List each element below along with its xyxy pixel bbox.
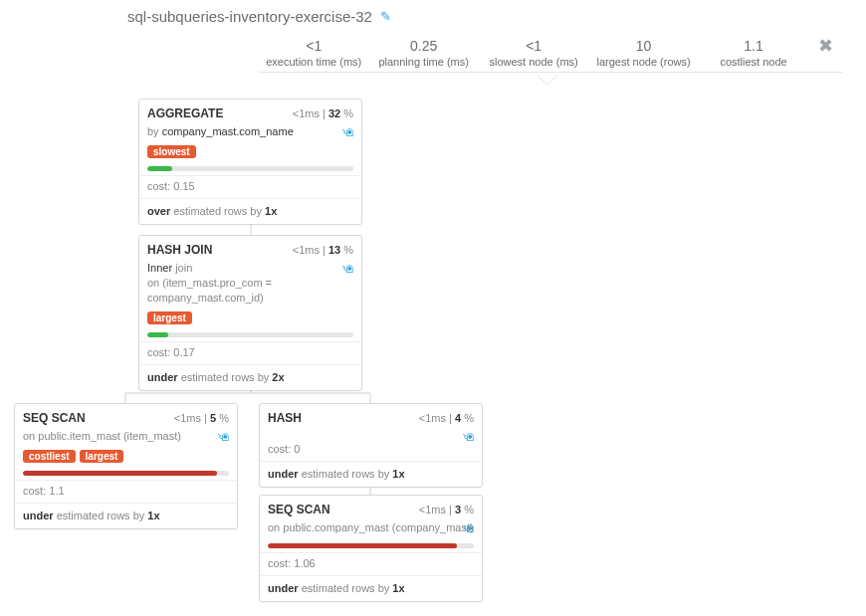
database-icon: 🖲 bbox=[217, 429, 229, 445]
node-seq-scan-company-mast[interactable]: SEQ SCAN <1ms | 3 % on public.company_ma… bbox=[259, 495, 483, 602]
node-seq-scan-item-mast[interactable]: SEQ SCAN <1ms | 5 % on public.item_mast … bbox=[14, 403, 238, 529]
estimate-line: over estimated rows by 1x bbox=[139, 198, 361, 224]
progress-bar bbox=[139, 330, 361, 341]
database-icon: 🖲 bbox=[341, 261, 353, 277]
node-metrics: <1ms | 13 % bbox=[293, 244, 353, 256]
plan-canvas: AGGREGATE <1ms | 32 % by company_mast.co… bbox=[0, 0, 866, 616]
node-header: HASH JOIN <1ms | 13 % bbox=[139, 236, 361, 261]
node-subtitle: on public.company_mast (company_mast) 🖲 bbox=[260, 520, 482, 541]
badges: slowest bbox=[139, 145, 361, 164]
node-title: SEQ SCAN bbox=[268, 503, 330, 516]
progress-bar bbox=[15, 469, 237, 480]
node-header: SEQ SCAN <1ms | 5 % bbox=[15, 404, 237, 429]
node-hash[interactable]: HASH <1ms | 4 % 🖲 cost: 0 under estimate… bbox=[259, 403, 483, 488]
node-subtitle: by company_mast.com_name 🖲 bbox=[139, 124, 361, 145]
badges: largest bbox=[139, 311, 361, 330]
estimate-line: under estimated rows by 1x bbox=[260, 575, 482, 601]
cost-line: cost: 1.06 bbox=[260, 552, 482, 575]
progress-bar bbox=[139, 164, 361, 175]
node-header: HASH <1ms | 4 % bbox=[260, 404, 482, 429]
badge-slowest: slowest bbox=[147, 145, 196, 158]
badges: costliest largest bbox=[15, 450, 237, 469]
node-header: AGGREGATE <1ms | 32 % bbox=[139, 100, 361, 124]
node-metrics: <1ms | 32 % bbox=[293, 107, 353, 119]
cost-line: cost: 0.17 bbox=[139, 341, 361, 364]
node-aggregate[interactable]: AGGREGATE <1ms | 32 % by company_mast.co… bbox=[138, 99, 362, 225]
estimate-line: under estimated rows by 2x bbox=[139, 364, 361, 390]
node-subtitle: Inner join on (item_mast.pro_com = compa… bbox=[139, 261, 361, 311]
node-title: AGGREGATE bbox=[147, 106, 223, 120]
node-metrics: <1ms | 4 % bbox=[419, 412, 474, 424]
badge-largest: largest bbox=[147, 311, 192, 324]
progress-bar bbox=[260, 541, 482, 552]
badge-costliest: costliest bbox=[23, 450, 76, 463]
database-icon: 🖲 bbox=[462, 520, 474, 536]
cost-line: cost: 0 bbox=[260, 443, 482, 461]
node-hash-join[interactable]: HASH JOIN <1ms | 13 % Inner join on (ite… bbox=[138, 235, 362, 391]
node-title: HASH JOIN bbox=[147, 243, 212, 257]
cost-line: cost: 1.1 bbox=[15, 480, 237, 503]
estimate-line: under estimated rows by 1x bbox=[260, 461, 482, 487]
node-header: SEQ SCAN <1ms | 3 % bbox=[260, 496, 482, 520]
node-subtitle: 🖲 bbox=[260, 429, 482, 443]
node-metrics: <1ms | 5 % bbox=[174, 412, 229, 424]
node-subtitle: on public.item_mast (item_mast) 🖲 bbox=[15, 429, 237, 450]
estimate-line: under estimated rows by 1x bbox=[15, 503, 237, 528]
node-metrics: <1ms | 3 % bbox=[419, 504, 474, 515]
database-icon: 🖲 bbox=[462, 429, 474, 445]
node-title: SEQ SCAN bbox=[23, 411, 86, 425]
database-icon: 🖲 bbox=[341, 124, 353, 140]
cost-line: cost: 0.15 bbox=[139, 175, 361, 198]
node-title: HASH bbox=[268, 411, 302, 425]
badge-largest: largest bbox=[80, 450, 124, 463]
